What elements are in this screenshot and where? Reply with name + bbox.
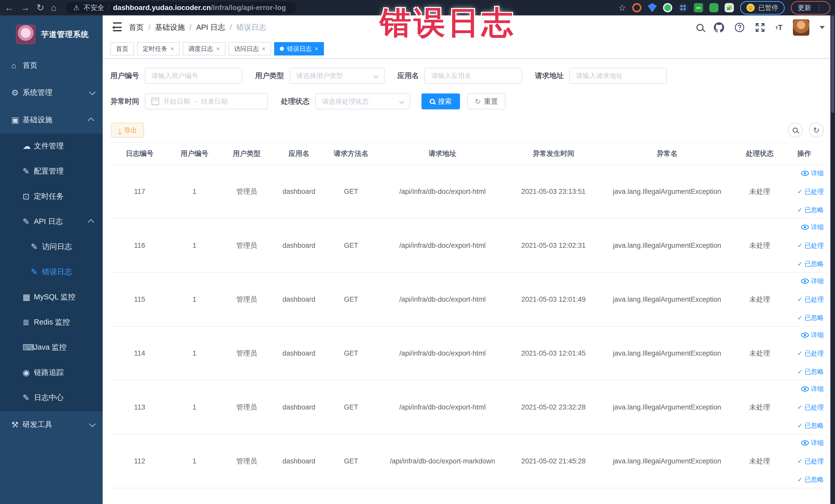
close-icon[interactable]: × (262, 45, 265, 53)
process-status-select[interactable] (315, 94, 410, 109)
export-button[interactable]: ↓ 导出 (111, 123, 144, 138)
extensions-puzzle-icon[interactable]: 🧩 (725, 3, 734, 12)
browser-reload-icon[interactable]: ↻ (37, 3, 44, 12)
processed-link[interactable]: ✓已处理 (797, 187, 824, 196)
sidebar-item-infra[interactable]: ▣ 基础设施 (0, 106, 103, 134)
processed-link[interactable]: ✓已处理 (797, 403, 824, 411)
sidebar-item-file-management[interactable]: ☁ 文件管理 (0, 134, 103, 159)
extension-icon[interactable] (632, 3, 641, 12)
sidebar-item-home[interactable]: ⌂ 首页 (0, 52, 103, 79)
breadcrumb-api-log[interactable]: API 日志 (196, 22, 225, 33)
detail-link[interactable]: 详细 (801, 439, 824, 447)
scrollbar-thumb[interactable] (831, 15, 834, 113)
browser-forward-icon[interactable]: → (21, 3, 30, 12)
tab-schedule-log[interactable]: 调度日志 × (183, 42, 225, 56)
reset-button[interactable]: ↻ 重置 (467, 94, 505, 109)
detail-link[interactable]: 详细 (801, 331, 824, 339)
browser-home-icon[interactable]: ⌂ (51, 3, 57, 12)
ignored-link[interactable]: ✓已忽略 (797, 475, 824, 484)
sidebar-item-tracing[interactable]: ◉ 链路追踪 (0, 360, 103, 385)
processed-link[interactable]: ✓已处理 (797, 349, 824, 358)
breadcrumb-home[interactable]: 首页 (129, 22, 144, 33)
browser-menu-icon[interactable]: ⋮ (816, 4, 823, 12)
user-avatar[interactable] (793, 19, 809, 36)
process-status-input[interactable] (322, 98, 397, 105)
detail-link[interactable]: 详细 (801, 169, 824, 177)
eye-icon (801, 332, 809, 338)
error-log-table-wrap: 日志编号 用户编号 用户类型 应用名 请求方法名 请求地址 异常发生时间 异常名… (103, 142, 835, 488)
request-url-field[interactable] (569, 68, 667, 84)
extension-icon[interactable] (678, 3, 688, 12)
cell-method: GET (325, 326, 377, 380)
search-icon (793, 127, 798, 133)
cell-time: 2021-05-03 12:01:45 (508, 326, 599, 380)
sidebar-submenu-infra: ☁ 文件管理 ✎ 配置管理 ⊡ 定时任务 ✎ API 日志 ✎ (0, 134, 103, 410)
user-type-input[interactable] (296, 72, 371, 80)
extension-icon[interactable] (663, 3, 672, 12)
close-icon[interactable]: × (315, 45, 318, 53)
browser-scrollbar[interactable] (830, 15, 835, 504)
tab-error-log[interactable]: 错误日志 × (274, 42, 324, 56)
date-range-picker[interactable]: 开始日期 ~ 结束日期 (145, 94, 268, 109)
sidebar-item-access-log[interactable]: ✎ 访问日志 (0, 234, 103, 259)
ignored-link[interactable]: ✓已忽略 (797, 260, 824, 268)
cell-user_id: 1 (168, 219, 221, 273)
tab-access-log[interactable]: 访问日志 × (228, 42, 271, 56)
browser-update-button[interactable]: 更新 ⋮ (791, 1, 830, 15)
error-log-table: 日志编号 用户编号 用户类型 应用名 请求方法名 请求地址 异常发生时间 异常名… (111, 142, 824, 488)
fullscreen-icon[interactable] (755, 22, 765, 33)
browser-back-icon[interactable]: ← (5, 3, 14, 12)
app-name-input[interactable] (431, 72, 515, 80)
request-url-input[interactable] (576, 72, 660, 80)
sidebar-item-api-log[interactable]: ✎ API 日志 (0, 209, 103, 234)
detail-link[interactable]: 详细 (801, 223, 824, 231)
ignored-link[interactable]: ✓已忽略 (797, 421, 824, 430)
ignored-link[interactable]: ✓已忽略 (797, 314, 824, 322)
help-icon[interactable] (734, 22, 745, 33)
close-icon[interactable]: × (216, 45, 220, 53)
processed-link[interactable]: ✓已处理 (797, 241, 824, 250)
toggle-search-button[interactable] (788, 123, 803, 138)
breadcrumb-infra[interactable]: 基础设施 (155, 22, 185, 33)
bookmark-star-icon[interactable]: ☆ (618, 3, 626, 13)
user-id-field[interactable] (145, 68, 242, 84)
sidebar-item-redis-monitor[interactable]: ≣ Redis 监控 (0, 310, 103, 335)
user-id-input[interactable] (151, 72, 236, 80)
github-icon[interactable] (714, 22, 724, 33)
sidebar-item-dev-tools[interactable]: ⚒ 研发工具 (0, 411, 103, 438)
close-icon[interactable]: × (170, 45, 174, 53)
detail-link[interactable]: 详细 (801, 385, 824, 393)
sidebar-item-system[interactable]: ⚙ 系统管理 (0, 79, 103, 106)
sidebar-item-error-log[interactable]: ✎ 错误日志 (0, 259, 103, 284)
sidebar-item-mysql-monitor[interactable]: ▦ MySQL 监控 (0, 284, 103, 310)
font-size-icon[interactable]: тT (775, 23, 782, 32)
search-button[interactable]: 搜索 (422, 94, 460, 109)
update-label: 更新 (798, 3, 811, 12)
search-icon[interactable] (696, 24, 704, 31)
address-bar[interactable]: ⚠ 不安全 dashboard.yudao.iocoder.cn/infra/l… (66, 2, 297, 14)
tab-home[interactable]: 首页 (110, 42, 134, 56)
sidebar-item-java-monitor[interactable]: ⌨ Java 监控 (0, 335, 103, 360)
detail-link[interactable]: 详细 (801, 277, 824, 285)
tab-scheduled-tasks[interactable]: 定时任务 × (137, 42, 180, 56)
app-logo-row[interactable]: 芋道管理系统 (0, 15, 103, 52)
cell-user_id: 1 (168, 326, 221, 380)
user-menu-caret-icon[interactable] (820, 26, 825, 32)
sidebar-item-scheduled-tasks[interactable]: ⊡ 定时任务 (0, 184, 103, 209)
ignored-link[interactable]: ✓已忽略 (797, 367, 824, 376)
processed-link[interactable]: ✓已处理 (797, 295, 824, 304)
ignored-link[interactable]: ✓已忽略 (797, 206, 824, 214)
check-icon: ✓ (797, 242, 802, 249)
processed-link[interactable]: ✓已处理 (797, 457, 824, 465)
extension-icon[interactable] (648, 3, 657, 12)
sidebar-item-log-center[interactable]: ✎ 日志中心 (0, 385, 103, 410)
sidebar-item-config-management[interactable]: ✎ 配置管理 (0, 159, 103, 184)
user-type-select[interactable] (289, 68, 385, 84)
app-name-field[interactable] (425, 68, 522, 84)
menu-fold-icon[interactable] (110, 22, 122, 33)
refresh-button[interactable]: ↻ (809, 123, 824, 138)
profile-paused-pill[interactable]: ☺ 已暂停 (740, 1, 785, 15)
extension-on-icon[interactable]: on (694, 3, 703, 12)
extension-icon[interactable] (709, 3, 718, 12)
gear-icon: ⚙ (11, 88, 23, 98)
